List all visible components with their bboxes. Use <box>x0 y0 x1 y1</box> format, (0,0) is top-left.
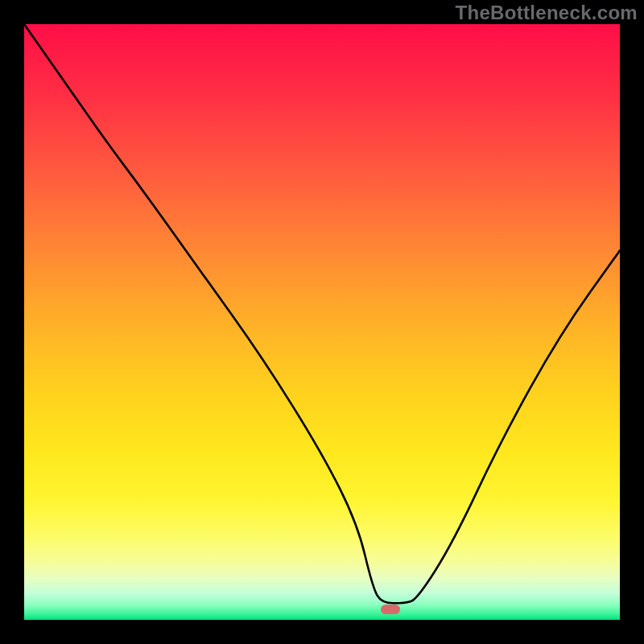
optimum-marker <box>381 605 400 614</box>
chart-frame: TheBottleneck.com <box>0 0 644 644</box>
watermark-text: TheBottleneck.com <box>456 2 638 24</box>
chart-svg <box>24 24 620 620</box>
gradient-rect <box>24 24 620 620</box>
plot-area <box>24 24 620 620</box>
